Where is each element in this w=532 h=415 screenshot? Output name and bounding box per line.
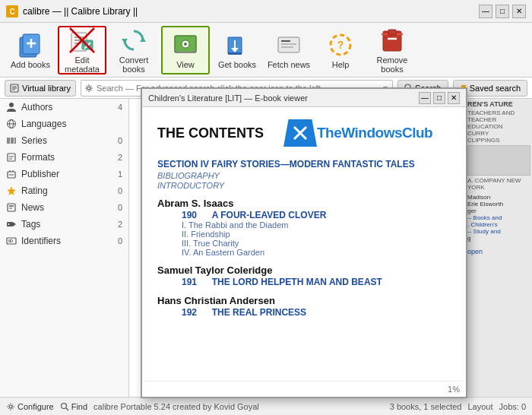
open-link[interactable]: open — [467, 248, 530, 255]
app-icon: C — [6, 5, 18, 17]
svg-marker-15 — [140, 37, 146, 42]
find-button[interactable]: Find — [60, 402, 87, 411]
maximize-btn[interactable]: □ — [496, 5, 509, 18]
twc-logo — [283, 119, 317, 147]
add-books-icon — [17, 31, 44, 59]
formats-count: 2 — [118, 153, 122, 162]
svg-text:?: ? — [337, 39, 344, 51]
news-count: 0 — [118, 203, 122, 212]
remove-books-button[interactable]: Remove books — [368, 26, 416, 74]
publisher-count: 1 — [118, 169, 122, 179]
convert-books-icon — [120, 27, 147, 54]
books-info: 3 books, 1 selected — [390, 402, 462, 411]
sidebar-item-news[interactable]: News 0 — [0, 199, 128, 216]
books-link[interactable]: -- Books and — [467, 214, 530, 221]
book-cover-thumb — [467, 145, 530, 176]
help-label: Help — [332, 60, 350, 69]
section-sub-introductory: INTRODUCTORY — [157, 181, 451, 190]
formats-label: Formats — [21, 152, 55, 163]
entry-title-190: A FOUR-LEAVED CLOVER — [212, 210, 327, 220]
item-rabbi: I. The Rabbi and the Diadem — [182, 220, 451, 230]
convert-books-button[interactable]: Convert books — [109, 26, 158, 74]
svg-point-46 — [9, 103, 14, 107]
fetch-news-button[interactable]: Fetch news — [264, 26, 313, 74]
svg-rect-26 — [228, 52, 242, 55]
title-text: calibre — || Calibre Library || — [23, 6, 138, 17]
isaacs-entry: 190 A FOUR-LEAVED CLOVER — [169, 209, 451, 220]
svg-point-66 — [8, 223, 10, 225]
configure-icon — [6, 402, 15, 411]
modal-maximize-btn[interactable]: □ — [433, 92, 445, 104]
edit-metadata-button[interactable]: Edit metadata — [58, 26, 106, 74]
series-label: Series — [21, 135, 47, 146]
close-btn[interactable]: ✕ — [512, 5, 526, 18]
book-clippings-text: CLIPPINGS — [467, 137, 530, 144]
study-link[interactable]: -- Study and — [467, 228, 530, 235]
virtual-library-button[interactable]: Virtual library — [5, 80, 76, 97]
gear-icon[interactable] — [84, 84, 93, 93]
publisher-label: Publisher — [21, 169, 59, 179]
madison-text: Madison — [467, 194, 530, 201]
sidebar-item-languages[interactable]: Languages — [0, 116, 128, 132]
fetch-news-label: Fetch news — [268, 60, 310, 69]
authors-label: Authors — [21, 102, 52, 112]
add-books-button[interactable]: Add books — [6, 26, 55, 74]
item-friendship: II. Friendship — [182, 230, 451, 239]
svg-text:C: C — [9, 8, 14, 16]
entry-num-191: 191 — [182, 277, 197, 287]
sidebar-item-tags[interactable]: Tags 2 — [0, 216, 128, 233]
zoom-percent: 1% — [448, 385, 460, 394]
tag-icon — [6, 219, 17, 230]
modal-header-row: THE CONTENTS TheWindowsClub — [157, 119, 451, 147]
publisher-icon — [6, 169, 17, 179]
svg-point-72 — [61, 403, 66, 408]
configure-label: Configure — [17, 402, 54, 411]
g-text: g — [467, 235, 530, 242]
view-button[interactable]: View — [161, 26, 210, 74]
sidebar-item-publisher[interactable]: Publisher 1 — [0, 166, 128, 182]
section-sub-bibliography: BIBLIOGRAPHY — [157, 171, 451, 180]
svg-rect-50 — [7, 138, 10, 144]
svg-rect-52 — [14, 138, 16, 144]
tags-label: Tags — [21, 219, 40, 230]
sidebar-item-series[interactable]: Series 0 — [0, 132, 128, 149]
svg-point-71 — [9, 405, 12, 408]
edit-metadata-label: Edit metadata — [59, 55, 105, 74]
saved-search-label: Saved search — [470, 84, 521, 93]
minimize-btn[interactable]: — — [479, 5, 492, 18]
modal-footer: 1% — [142, 381, 466, 397]
svg-point-41 — [87, 87, 90, 90]
get-books-icon — [223, 31, 251, 59]
layout-label[interactable]: Layout — [468, 402, 493, 411]
svg-point-19 — [184, 43, 187, 46]
entry-title-191: THE LORD HELPETH MAN AND BEAST — [212, 277, 382, 287]
rating-label: Rating — [21, 185, 48, 196]
twc-brand-name: TheWindowsClub — [317, 125, 432, 141]
series-count: 0 — [118, 136, 122, 145]
jobs-label: Jobs: 0 — [499, 402, 526, 411]
configure-button[interactable]: Configure — [6, 402, 54, 411]
status-bar: Configure Find calibre Portable 5.24 cre… — [0, 397, 532, 415]
tags-count: 2 — [118, 220, 122, 229]
childrens-link[interactable]: , Children's — [467, 221, 530, 228]
modal-window-controls: — □ ✕ — [419, 92, 460, 104]
convert-books-label: Convert books — [109, 55, 158, 74]
get-books-label: Get books — [218, 60, 256, 69]
modal-close-btn[interactable]: ✕ — [448, 92, 460, 104]
remove-books-label: Remove books — [368, 55, 416, 74]
find-label: Find — [71, 402, 87, 411]
toolbar: Add books Edit metadata — [0, 23, 532, 78]
sidebar-item-formats[interactable]: Formats 2 — [0, 149, 128, 166]
get-books-button[interactable]: Get books — [213, 26, 261, 74]
modal-minimize-btn[interactable]: — — [419, 92, 431, 104]
company-text: A. COMPANY NEW YORK — [467, 177, 530, 191]
book-title-snippet: REN'S ATURE — [467, 100, 530, 108]
sidebar-item-authors[interactable]: Authors 4 — [0, 99, 128, 116]
help-button[interactable]: ? Help — [316, 26, 365, 74]
sidebar-item-rating[interactable]: Rating 0 — [0, 182, 128, 199]
news2-icon — [6, 202, 17, 213]
id-icon: ID — [6, 236, 17, 246]
rating-count: 0 — [118, 186, 122, 195]
languages-label: Languages — [21, 119, 66, 129]
sidebar-item-identifiers[interactable]: ID Identifiers 0 — [0, 233, 128, 249]
